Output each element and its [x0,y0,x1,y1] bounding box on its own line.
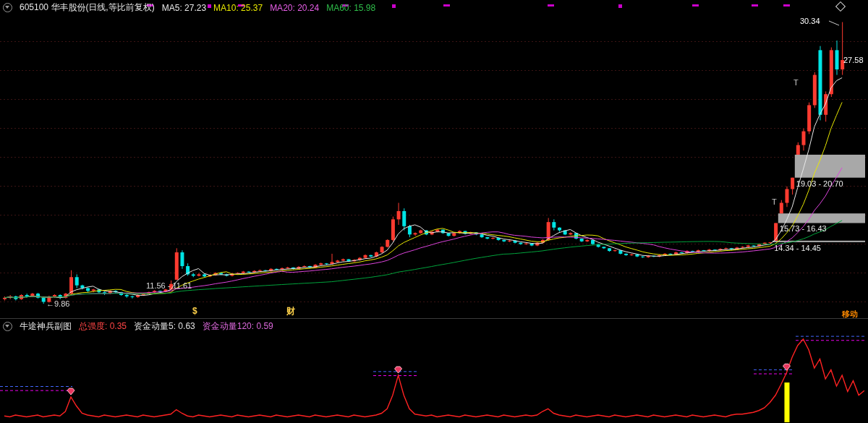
indicator-title[interactable]: 牛途神兵副图 [20,320,72,333]
main-chart-header: 605100 华丰股份(日线,等比前复权) MA5: 27.23 MA10: 2… [3,1,375,14]
collapse-icon[interactable] [3,322,12,331]
signal-marker [752,4,758,7]
screen: { "ui": { "main_header": { "title": "605… [0,0,868,423]
strength-value: 总强度: 0.35 [79,320,127,333]
candlestick-chart-canvas[interactable] [0,0,868,318]
signal-marker [783,4,790,7]
indicator-header: 牛途神兵副图 总强度: 0.35 资金动量5: 0.63 资金动量120: 0.… [3,320,273,333]
signal-marker [548,4,554,7]
dividend-icon[interactable]: $ [192,307,197,315]
report-icon[interactable]: 财 [286,307,295,315]
signal-marker [443,4,450,7]
signal-marker [618,4,622,8]
momentum5-value: 资金动量5: 0.63 [134,320,195,333]
ma20-label: MA20: 20.24 [270,3,319,13]
stock-title[interactable]: 605100 华丰股份(日线,等比前复权) [20,1,155,14]
indicator-panel: 牛途神兵副图 总强度: 0.35 资金动量5: 0.63 资金动量120: 0.… [0,318,868,423]
collapse-icon[interactable] [3,3,12,12]
ma60-label: MA60: 15.98 [326,3,375,13]
move-handle[interactable]: 移动 [842,310,858,318]
ma5-label: MA5: 27.23 [162,3,206,13]
signal-marker [392,4,396,8]
momentum120-value: 资金动量120: 0.59 [203,320,273,333]
indicator-chart-canvas[interactable] [0,319,868,423]
ma10-label: MA10: 25.37 [213,3,263,13]
signal-marker [692,4,699,7]
main-chart-panel: 605100 华丰股份(日线,等比前复权) MA5: 27.23 MA10: 2… [0,0,868,318]
